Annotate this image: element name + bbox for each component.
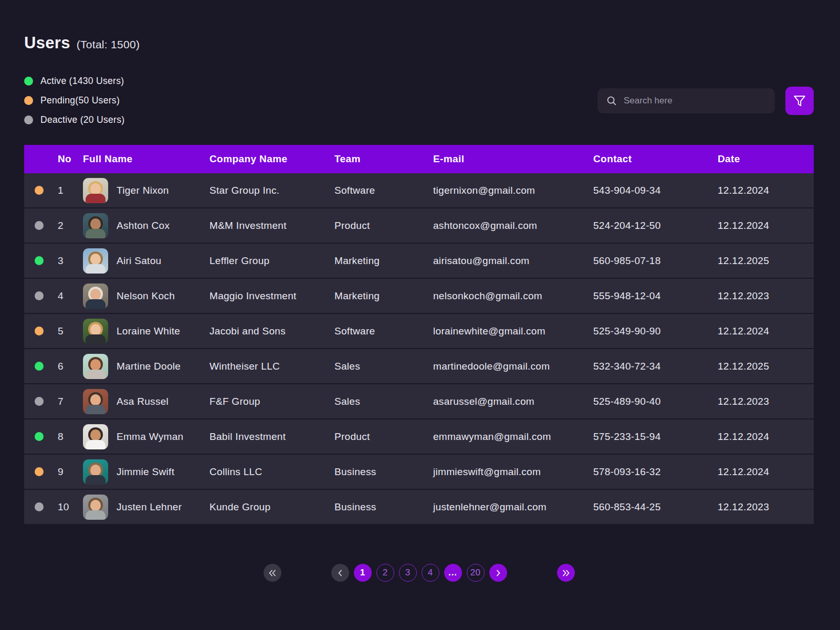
filter-button[interactable]	[785, 87, 814, 115]
contact: 578-093-16-32	[593, 466, 718, 478]
avatar	[83, 424, 108, 449]
table-row[interactable]: 3 Airi Satou Leffler Group Marketing air…	[24, 244, 814, 278]
row-number: 9	[54, 466, 83, 478]
team: Business	[334, 466, 433, 478]
search-input[interactable]	[624, 96, 766, 106]
full-name: Emma Wyman	[117, 431, 183, 443]
email: asarussel@gmail.com	[433, 396, 593, 407]
full-name: Loraine White	[117, 326, 180, 337]
table-row[interactable]: 1 Tiger Nixon Star Group Inc. Software t…	[24, 173, 814, 207]
avatar-face	[90, 218, 101, 229]
filter-funnel-icon	[793, 94, 806, 108]
search-area	[597, 87, 814, 115]
contact: 525-489-90-40	[593, 396, 718, 407]
date: 12.12.2025	[718, 361, 814, 372]
status-dot	[35, 186, 44, 195]
company-name: M&M Investment	[209, 220, 334, 232]
full-name: Tiger Nixon	[117, 185, 169, 196]
company-name: Leffler Group	[209, 255, 334, 267]
table-row[interactable]: 10 Justen Lehner Kunde Group Business ju…	[24, 490, 814, 524]
full-name: Asa Russel	[117, 396, 169, 407]
pagination-last-button[interactable]	[557, 564, 575, 582]
avatar	[83, 248, 108, 274]
page-button-20[interactable]: 20	[467, 564, 485, 582]
table-row[interactable]: 8 Emma Wyman Babil Investment Product em…	[24, 419, 814, 454]
avatar-torso	[86, 405, 106, 414]
avatar-face	[90, 500, 101, 511]
header-cell-contact: Contact	[593, 153, 718, 165]
chevron-left-icon	[338, 570, 343, 576]
status-dot	[35, 362, 44, 371]
date: 12.12.2023	[718, 290, 814, 302]
email: justenlehner@gmail.com	[433, 501, 593, 513]
pagination-prev-button[interactable]	[331, 564, 349, 582]
legend-label-deactive: Deactive (20 Users)	[40, 114, 124, 125]
row-status-cell	[24, 502, 54, 511]
date: 12.12.2024	[718, 185, 814, 196]
table-row[interactable]: 9 Jimmie Swift Collins LLC Business jimm…	[24, 455, 814, 489]
avatar	[83, 459, 108, 485]
team: Business	[334, 501, 433, 513]
avatar	[83, 319, 108, 344]
avatar-face	[90, 324, 101, 335]
row-name-cell: Jimmie Swift	[83, 459, 209, 485]
avatar-torso	[86, 299, 106, 309]
status-dot	[35, 256, 44, 265]
table-row[interactable]: 6 Martine Doole Wintheiser LLC Sales mar…	[24, 349, 814, 383]
legend-dot	[24, 116, 33, 124]
date: 12.12.2024	[718, 431, 814, 443]
search-box[interactable]	[597, 88, 775, 113]
page-button-3[interactable]: 3	[399, 564, 417, 582]
avatar-torso	[86, 194, 106, 203]
full-name: Martine Doole	[117, 361, 181, 372]
status-dot	[35, 467, 44, 476]
contact: 525-349-90-90	[593, 326, 718, 337]
team: Marketing	[334, 290, 433, 302]
row-name-cell: Tiger Nixon	[83, 178, 209, 203]
page-button-...[interactable]: ...	[444, 564, 462, 582]
company-name: Jacobi and Sons	[209, 326, 334, 337]
legend-item: Active (1430 Users)	[24, 76, 124, 87]
pagination-next-button[interactable]	[489, 564, 507, 582]
row-status-cell	[24, 327, 54, 335]
table-row[interactable]: 7 Asa Russel F&F Group Sales asarussel@g…	[24, 384, 814, 418]
table-row[interactable]: 5 Loraine White Jacobi and Sons Software…	[24, 314, 814, 348]
pagination-first-button[interactable]	[264, 564, 281, 582]
email: jimmieswift@gmail.com	[433, 466, 593, 478]
avatar-face	[90, 289, 101, 300]
email: lorainewhite@gmail.com	[433, 326, 593, 337]
avatar-face	[90, 254, 101, 265]
company-name: Wintheiser LLC	[209, 361, 334, 372]
email: ashtoncox@gmail.com	[433, 220, 593, 232]
legend-label-pending: Pending(50 Users)	[40, 95, 120, 106]
status-dot	[35, 432, 44, 441]
avatar-face	[90, 183, 101, 194]
team: Marketing	[334, 255, 433, 267]
row-status-cell	[24, 256, 54, 265]
avatar	[83, 389, 108, 414]
full-name: Justen Lehner	[117, 501, 182, 513]
page-button-1[interactable]: 1	[354, 564, 372, 582]
date: 12.12.2024	[718, 326, 814, 337]
row-number: 3	[54, 255, 83, 267]
table-row[interactable]: 4 Nelson Koch Maggio Investment Marketin…	[24, 279, 814, 313]
status-dot	[35, 221, 44, 230]
company-name: F&F Group	[209, 396, 334, 407]
header-cell-full-name: Full Name	[83, 153, 209, 165]
header-cell-email: E-mail	[433, 153, 593, 165]
table-body: 1 Tiger Nixon Star Group Inc. Software t…	[24, 173, 814, 524]
page-button-2[interactable]: 2	[376, 564, 394, 582]
row-number: 7	[54, 396, 83, 407]
team: Sales	[334, 396, 433, 407]
team: Sales	[334, 361, 433, 372]
team: Product	[334, 431, 433, 443]
full-name: Ashton Cox	[117, 220, 170, 232]
chevrons-right-icon	[562, 570, 570, 576]
page-button-4[interactable]: 4	[422, 564, 439, 582]
avatar-torso	[86, 229, 106, 238]
avatar-torso	[86, 264, 106, 274]
avatar	[83, 284, 108, 309]
table-row[interactable]: 2 Ashton Cox M&M Investment Product asht…	[24, 208, 814, 243]
row-name-cell: Loraine White	[83, 319, 209, 344]
company-name: Babil Investment	[209, 431, 334, 443]
